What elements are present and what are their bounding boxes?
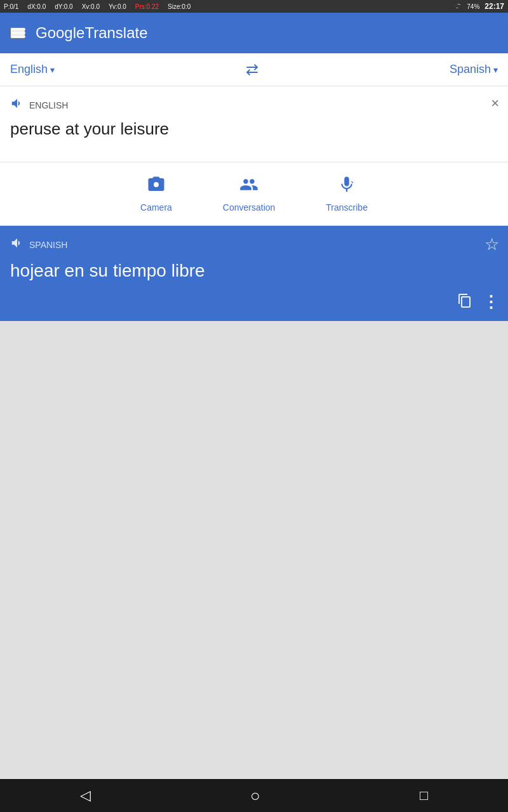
status-page: P:0/1 — [4, 3, 18, 10]
copy-icon — [457, 296, 472, 311]
app-title: Google Translate — [36, 24, 148, 42]
fill-area — [0, 321, 508, 779]
result-area: SPANISH hojear en su tiempo libre ☆ ⋮ — [0, 226, 508, 321]
source-language-label: English — [10, 63, 48, 76]
status-size: Size:0:0 — [168, 3, 190, 10]
input-lang-text: ENGLISH — [29, 100, 68, 110]
target-language-label: Spanish — [450, 63, 491, 76]
back-icon: ◁ — [80, 787, 91, 804]
status-dx: dX:0.0 — [27, 3, 46, 10]
transcribe-icon — [337, 175, 356, 199]
result-actions: ⋮ — [457, 292, 499, 312]
swap-icon: ⇄ — [246, 61, 258, 78]
recents-icon: □ — [420, 787, 428, 804]
navigation-bar: ◁ ○ □ — [0, 779, 508, 812]
result-text: hojear en su tiempo libre — [10, 259, 498, 282]
recents-button[interactable]: □ — [404, 782, 443, 809]
language-bar: English ▾ ⇄ Spanish ▾ — [0, 53, 508, 86]
status-yv: Yv:0.0 — [109, 3, 126, 10]
input-lang-label: ENGLISH — [10, 96, 498, 114]
app-title-translate: Translate — [84, 24, 147, 42]
result-speaker-icon[interactable] — [10, 236, 24, 253]
input-speaker-icon[interactable] — [10, 96, 24, 114]
target-language-button[interactable]: Spanish ▾ — [450, 63, 498, 76]
home-button[interactable]: ○ — [235, 781, 276, 811]
camera-icon — [147, 175, 166, 199]
input-area: ENGLISH peruse at your leisure × — [0, 86, 508, 162]
app-bar: Google Translate — [0, 13, 508, 53]
conversation-icon — [239, 175, 258, 199]
conversation-mode-button[interactable]: Conversation — [197, 170, 301, 218]
source-lang-dropdown-icon: ▾ — [50, 65, 55, 75]
status-dy: dY:0.0 — [55, 3, 72, 10]
target-lang-dropdown-icon: ▾ — [493, 65, 498, 75]
app-title-google: Google — [36, 24, 84, 42]
clear-input-button[interactable]: × — [491, 95, 499, 112]
input-text[interactable]: peruse at your leisure — [10, 119, 498, 140]
result-lang-text: SPANISH — [29, 240, 67, 250]
home-icon: ○ — [250, 786, 260, 806]
battery-level: 74% — [467, 3, 479, 10]
wifi-icon — [453, 2, 462, 11]
camera-mode-label: Camera — [140, 202, 172, 213]
more-icon: ⋮ — [483, 292, 499, 311]
copy-button[interactable] — [457, 293, 472, 312]
back-button[interactable]: ◁ — [65, 782, 106, 809]
more-options-button[interactable]: ⋮ — [483, 292, 499, 312]
camera-mode-button[interactable]: Camera — [115, 170, 197, 218]
star-button[interactable]: ☆ — [485, 235, 499, 254]
clock: 22:17 — [485, 2, 504, 11]
menu-button[interactable] — [10, 27, 25, 39]
conversation-mode-label: Conversation — [223, 202, 276, 213]
status-prs: Prs:0.22 — [135, 3, 159, 10]
status-bar: P:0/1 dX:0.0 dY:0.0 Xv:0.0 Yv:0.0 Prs:0.… — [0, 0, 508, 13]
close-icon: × — [491, 95, 499, 111]
result-lang-label: SPANISH — [10, 236, 498, 253]
star-icon: ☆ — [485, 235, 499, 254]
source-language-button[interactable]: English ▾ — [10, 63, 55, 76]
mode-row: Camera Conversation Transcribe — [0, 162, 508, 226]
swap-languages-button[interactable]: ⇄ — [246, 61, 258, 79]
status-xv: Xv:0.0 — [82, 3, 100, 10]
transcribe-mode-button[interactable]: Transcribe — [300, 170, 393, 218]
transcribe-mode-label: Transcribe — [326, 202, 368, 213]
